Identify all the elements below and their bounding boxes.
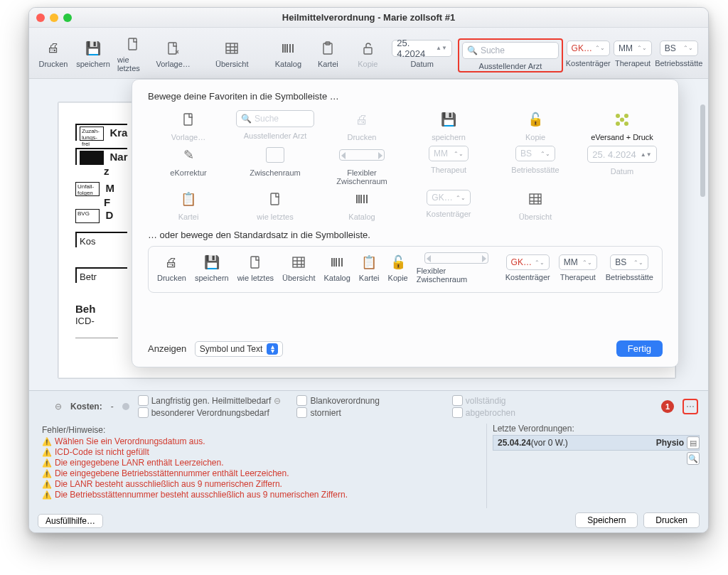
- tb-drucken[interactable]: 🖨 Drucken: [35, 38, 72, 72]
- speichern-icon: 💾: [441, 110, 456, 129]
- doc-icon: [123, 36, 143, 53]
- chk-blanko[interactable]: Blankoverordnung: [296, 395, 379, 406]
- zwischenraum-icon: [266, 146, 284, 164]
- fertig-button[interactable]: Fertig: [616, 340, 663, 357]
- fav-datum-pill[interactable]: 25. 4.2024▲▼Datum: [582, 146, 663, 186]
- svg-rect-15: [293, 257, 304, 267]
- std-drucken[interactable]: 🖨Drucken: [154, 252, 189, 286]
- chk-langfristig[interactable]: Langfristig gen. Heilmittelbedarf ⊖: [138, 395, 282, 406]
- chevron-updown-icon: ▴▾: [267, 343, 278, 355]
- std-speichern[interactable]: 💾speichern: [192, 252, 232, 286]
- fav-therapeut-pill[interactable]: MM⌃⌄Therapeut: [408, 146, 489, 186]
- warning-icon: ⚠️: [42, 447, 52, 457]
- minimize-icon[interactable]: [50, 14, 58, 22]
- fav-katalog-icon[interactable]: Katalog: [321, 190, 402, 221]
- std-übersicht[interactable]: Übersicht: [279, 252, 318, 286]
- std-therapeut[interactable]: MM⌃⌄Therapeut: [556, 253, 600, 286]
- therapeut-pill[interactable]: MM ⌃⌄: [614, 41, 652, 56]
- error-count-badge: 1: [661, 400, 674, 413]
- tb-datum[interactable]: 25. 4.2024 ▲▼ Datum: [389, 38, 455, 72]
- tb-wie-letztes[interactable]: wie letztes: [114, 34, 152, 77]
- app-window: Heilmittelverordnung - Marie zollsoft #1…: [28, 7, 709, 533]
- std-title: … oder bewege den Standardsatz in die Sy…: [148, 230, 663, 240]
- template-icon: [164, 40, 183, 57]
- tb-vorlage[interactable]: Vorlage…: [155, 38, 192, 72]
- letzte-verordnungen: Letzte Verordnungen: 25.04.24(vor 0 W.) …: [486, 424, 700, 508]
- fav-eversand-icon[interactable]: eVersand + Druck: [582, 110, 663, 141]
- tb-kosten[interactable]: GK… ⌃⌄ Kostenträger: [566, 39, 611, 72]
- printer-icon: 🖨: [43, 40, 63, 57]
- fav-kartei-icon[interactable]: 📋Kartei: [148, 190, 229, 221]
- svg-rect-13: [530, 194, 541, 204]
- katalog-icon: [355, 190, 369, 208]
- ekorrektur-icon: ✎: [183, 146, 194, 164]
- std-flex-space[interactable]: Flexibler Zwischenraum: [414, 251, 500, 288]
- speichern-button[interactable]: Speichern: [575, 512, 638, 528]
- close-icon[interactable]: [36, 14, 45, 22]
- kartei-icon: 📋: [181, 190, 196, 208]
- ausfuellhilfe-button[interactable]: Ausfüllhilfe…: [38, 514, 103, 528]
- arzt-search-input[interactable]: 🔍 Suche: [462, 42, 559, 59]
- std-betriebsstätte[interactable]: BS⌃⌄Betriebsstätte: [603, 253, 656, 286]
- date-field[interactable]: 25. 4.2024 ▲▼: [392, 40, 452, 57]
- std-kartei[interactable]: 📋Kartei: [356, 252, 382, 286]
- warning-icon: ⚠️: [42, 458, 52, 468]
- stepper-icon[interactable]: ▲▼: [436, 45, 447, 50]
- tb-katalog[interactable]: Katalog: [269, 38, 306, 72]
- fav-drucken-icon[interactable]: 🖨Drucken: [321, 110, 402, 141]
- kosten-pill[interactable]: GK… ⌃⌄: [567, 41, 610, 56]
- chk-vollstaendig: vollständig: [452, 395, 515, 406]
- clipboard-icon: [318, 40, 338, 57]
- svg-rect-6: [184, 114, 192, 125]
- table-icon: [222, 40, 242, 57]
- std-wie letztes[interactable]: wie letztes: [235, 252, 277, 286]
- tb-speichern[interactable]: 💾 speichern: [75, 38, 112, 72]
- bs-pill[interactable]: BS ⌃⌄: [660, 41, 698, 56]
- fav-zwischenraum-icon[interactable]: Zwischenraum: [235, 146, 316, 186]
- scrollbar[interactable]: [698, 102, 707, 379]
- error-row: ⚠️Die eingegebene LANR enthält Leerzeich…: [42, 458, 466, 468]
- svg-rect-0: [129, 38, 136, 50]
- svg-rect-12: [271, 193, 279, 205]
- options-button-highlight[interactable]: ⋯: [682, 399, 698, 414]
- tb-arzt-highlight[interactable]: 🔍 Suche Ausstellender Arzt: [458, 38, 563, 72]
- standard-set-bar[interactable]: 🖨Drucken💾speichernwie letztesÜbersichtKa…: [148, 246, 663, 293]
- search-icon[interactable]: 🔍: [687, 452, 700, 465]
- fav-ekorrektur-icon[interactable]: ✎eKorrektur: [148, 146, 229, 186]
- fav-speichern-icon[interactable]: 💾speichern: [408, 110, 489, 141]
- error-row: ⚠️Die eingegebene Betriebsstättennummer …: [42, 468, 466, 478]
- error-row: ⚠️Die LANR besteht ausschließlich aus 9 …: [42, 479, 466, 489]
- errors-panel: Fehler/Hinweise: ⚠️Wählen Sie ein Verord…: [42, 425, 466, 508]
- svg-point-7: [616, 114, 620, 118]
- tb-kartei[interactable]: Kartei: [309, 38, 346, 72]
- fav-bs-pill[interactable]: BS⌃⌄Betriebsstätte: [495, 146, 576, 186]
- tb-uebersicht[interactable]: Übersicht: [213, 38, 250, 72]
- fav-kopie-icon[interactable]: 🔓Kopie: [495, 110, 576, 141]
- fav-wie-letztes-icon[interactable]: wie letztes: [235, 190, 316, 221]
- tb-therapeut[interactable]: MM ⌃⌄ Therapeut: [614, 39, 653, 72]
- fav-uebersicht-icon[interactable]: Übersicht: [495, 190, 576, 221]
- anzeigen-select[interactable]: Symbol und Text ▴▾: [195, 341, 284, 357]
- main-toolbar: 🖨 Drucken 💾 speichern wie letztes Vorlag…: [29, 28, 708, 79]
- doc-icon[interactable]: ▤: [687, 436, 700, 449]
- drucken-button[interactable]: Drucken: [643, 512, 700, 528]
- svg-rect-1: [168, 43, 176, 54]
- fav-flex-zwischenraum-icon[interactable]: Flexibler Zwischenraum: [321, 146, 402, 186]
- svg-point-11: [620, 118, 624, 122]
- std-kostenträger[interactable]: GK…⌃⌄Kostenträger: [503, 253, 553, 286]
- fav-vorlage-icon[interactable]: Vorlage…: [148, 110, 229, 141]
- zoom-icon[interactable]: [63, 14, 72, 22]
- std-kopie[interactable]: 🔓Kopie: [385, 252, 411, 286]
- fav-kosten-pill[interactable]: GK…⌃⌄Kostenträger: [408, 190, 489, 221]
- sheet-title: Bewege deine Favoriten in die Symbolleis…: [148, 91, 663, 102]
- tb-kopie: Kopie: [349, 38, 386, 72]
- kopie-icon: 🔓: [528, 110, 543, 129]
- search-icon: 🔍: [467, 45, 478, 55]
- eversand-icon: [612, 110, 632, 129]
- fav-arzt-search[interactable]: 🔍SucheAusstellender Arzt: [235, 110, 316, 141]
- chk-storniert[interactable]: storniert: [296, 407, 379, 418]
- tb-bs[interactable]: BS ⌃⌄ Betriebsstätte: [655, 39, 702, 72]
- std-katalog[interactable]: Katalog: [321, 252, 353, 286]
- error-row: ⚠️ICD-Code ist nicht gefüllt: [42, 447, 466, 457]
- chk-besonderer[interactable]: besonderer Verordnungsbedarf: [138, 407, 282, 418]
